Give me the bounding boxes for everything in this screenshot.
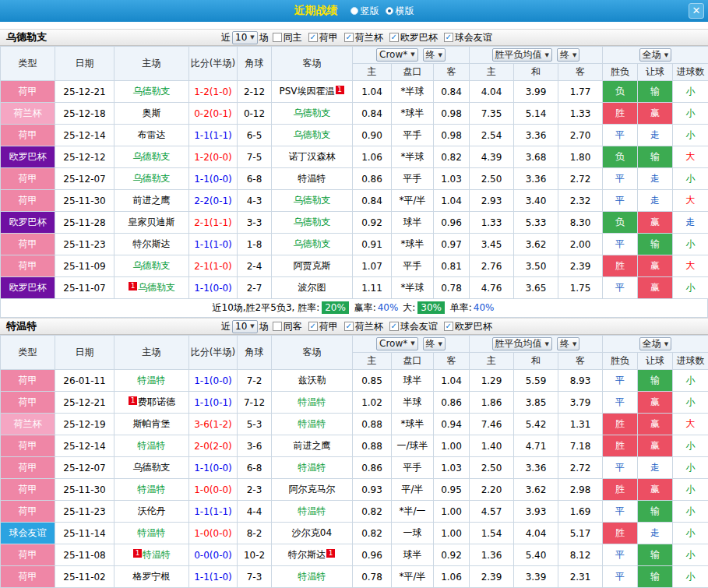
score-link[interactable]: 1-1(0-0) [194, 174, 232, 185]
team-link[interactable]: 特温特 [298, 505, 326, 516]
bookmaker-select[interactable]: Crow*▼ [376, 48, 418, 62]
team-link[interactable]: 特温特 [298, 571, 326, 582]
league-filter-checkbox[interactable]: ✓荷甲 [308, 31, 338, 44]
team-link[interactable]: 皇家贝迪斯 [129, 217, 175, 227]
team-link[interactable]: 特温特 [138, 375, 166, 386]
team-link[interactable]: 特温特 [143, 549, 171, 560]
recent-count-select[interactable]: 10▼ [232, 320, 258, 333]
score-link[interactable]: 1-0(0-0) [194, 484, 232, 495]
team-link[interactable]: 特尔斯达 [133, 238, 171, 249]
team-link[interactable]: 乌德勒支 [133, 260, 171, 271]
score-link[interactable]: 2-0(2-0) [194, 441, 232, 452]
score-link[interactable]: 2-1(1-0) [194, 261, 232, 272]
league-filter-checkbox[interactable]: ✓欧罗巴杯 [389, 31, 438, 44]
same-venue-checkbox[interactable]: 同主 [273, 31, 302, 44]
checkbox-label: 同客 [284, 320, 302, 333]
result-cell: 平 [603, 168, 638, 190]
corner-cell: 2-4 [238, 255, 272, 277]
radio-vertical-layout[interactable]: 竖版 [350, 5, 379, 18]
handicap-home-odds: 1.11 [353, 277, 392, 299]
team-link[interactable]: 费耶诺德 [138, 396, 175, 407]
team-link[interactable]: 沙尔克04 [292, 527, 332, 538]
team-link[interactable]: 特温特 [138, 527, 166, 538]
checkbox-checked-icon: ✓ [344, 322, 354, 331]
score-link[interactable]: 2-1(1-1) [194, 217, 232, 228]
bookmaker-select[interactable]: Crow*▼ [376, 337, 418, 350]
team-link[interactable]: 布雷达 [138, 129, 166, 140]
league-filter-checkbox[interactable]: ✓荷兰杯 [344, 31, 383, 44]
team-link[interactable]: 斯帕肯堡 [133, 418, 171, 429]
team-link[interactable]: 乌德勒支 [294, 129, 331, 140]
team-link[interactable]: 乌德勒支 [294, 107, 331, 118]
handicap-away-odds: 1.06 [434, 566, 470, 588]
recent-count-select[interactable]: 10▼ [232, 31, 258, 44]
league-filter-checkbox[interactable]: ✓荷兰杯 [344, 320, 383, 333]
team-link[interactable]: 乌德勒支 [138, 282, 175, 293]
team-link[interactable]: 阿贾克斯 [294, 260, 331, 271]
euro-average-select[interactable]: 胜平负均值▼ [492, 48, 552, 62]
final-euro-odds-select[interactable]: 终▼ [557, 48, 579, 62]
team-link[interactable]: 前进之鹰 [133, 195, 171, 206]
team-link[interactable]: 波尔图 [298, 282, 326, 293]
final-asian-odds-select[interactable]: 终▼ [423, 337, 446, 350]
team-link[interactable]: 奥斯 [143, 107, 161, 118]
team-link[interactable]: PSV埃因霍温 [279, 86, 334, 97]
handicap-line: *平/半 [392, 566, 434, 588]
team-link[interactable]: 乌德勒支 [133, 173, 171, 184]
team-link[interactable]: 特温特 [138, 440, 166, 451]
score-link[interactable]: 1-0(0-0) [194, 528, 232, 539]
handicap-result-cell: 输 [638, 566, 673, 588]
league-filter-checkbox[interactable]: ✓荷甲 [308, 320, 338, 333]
same-venue-checkbox[interactable]: 同客 [273, 320, 302, 333]
score-link[interactable]: 1-2(1-0) [194, 86, 232, 97]
handicap-line: 球半 [392, 544, 434, 566]
league-cell: 球会友谊 [1, 523, 55, 544]
dropdown-arrow-icon: ▼ [439, 341, 442, 347]
match-row: 荷甲25-11-30特温特1-0(0-0)2-3阿尔克马尔0.93平/半0.95… [1, 479, 708, 501]
league-filter-checkbox[interactable]: ✓球会友谊 [389, 320, 438, 333]
score-link[interactable]: 1-1(0-0) [194, 463, 232, 474]
team-link[interactable]: 特温特 [298, 173, 326, 184]
league-filter-checkbox[interactable]: ✓欧罗巴杯 [444, 320, 492, 333]
team-link[interactable]: 阿尔克马尔 [289, 484, 336, 495]
team-link[interactable]: 前进之鹰 [294, 440, 331, 451]
score-link[interactable]: 1-1(0-1) [194, 397, 232, 408]
team-link[interactable]: 乌德勒支 [133, 462, 171, 473]
team-link[interactable]: 乌德勒支 [133, 151, 171, 162]
score-link[interactable]: 1-1(1-0) [194, 239, 232, 250]
final-asian-odds-select[interactable]: 终▼ [423, 48, 446, 62]
league-cell: 荷兰杯 [1, 103, 55, 125]
team-link[interactable]: 乌德勒支 [294, 195, 331, 206]
team-link[interactable]: 特温特 [298, 418, 326, 429]
date-cell: 25-11-09 [55, 255, 114, 277]
score-link[interactable]: 1-1(0-0) [194, 375, 232, 386]
team-link[interactable]: 特温特 [298, 462, 326, 473]
team-link[interactable]: 兹沃勒 [298, 375, 326, 386]
full-match-select[interactable]: 全场▼ [639, 48, 671, 62]
close-button[interactable]: ✕ [689, 3, 704, 19]
score-link[interactable]: 1-2(0-0) [194, 152, 232, 163]
score-link[interactable]: 3-6(1-2) [194, 419, 232, 430]
team-link[interactable]: 格罗宁根 [133, 571, 171, 582]
score-link[interactable]: 1-1(1-0) [194, 572, 232, 583]
full-match-select[interactable]: 全场▼ [639, 337, 671, 350]
score-link[interactable]: 0-2(0-1) [194, 108, 232, 119]
radio-horizontal-layout[interactable]: 横版 [386, 5, 414, 18]
score-link[interactable]: 0-0(0-0) [194, 550, 232, 561]
score-link[interactable]: 1-1(1-1) [194, 130, 232, 141]
euro-average-select[interactable]: 胜平负均值▼ [492, 337, 552, 350]
score-link[interactable]: 1-1(1-1) [194, 506, 232, 517]
score-link[interactable]: 2-2(0-1) [194, 195, 232, 206]
team-link[interactable]: 特温特 [298, 396, 326, 407]
team-link[interactable]: 特温特 [138, 484, 166, 495]
league-filter-checkbox[interactable]: ✓球会友谊 [444, 31, 492, 44]
team-link[interactable]: 乌德勒支 [294, 238, 331, 249]
team-link[interactable]: 诺丁汉森林 [289, 151, 336, 162]
score-link[interactable]: 1-1(0-0) [194, 283, 232, 294]
final-euro-odds-select[interactable]: 终▼ [557, 337, 579, 350]
team-link[interactable]: 乌德勒支 [294, 217, 331, 227]
team-link[interactable]: 沃伦丹 [138, 505, 166, 516]
team-link[interactable]: 乌德勒支 [133, 86, 171, 97]
team-link[interactable]: 特尔斯达 [288, 549, 326, 560]
handicap-result-cell: 赢 [638, 103, 673, 125]
